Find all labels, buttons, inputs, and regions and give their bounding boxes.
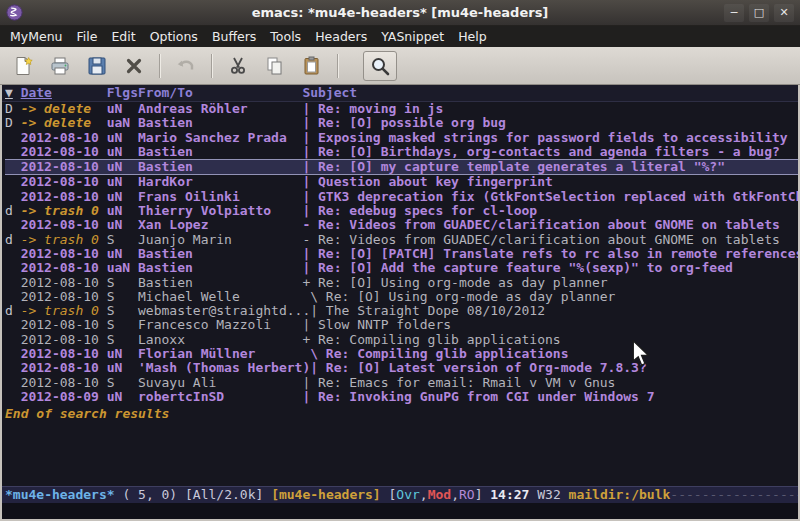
message-row[interactable]: 2012-08-10 uN HardKor | Question about k… [5,175,798,189]
message-row[interactable]: d -> trash 0 S webmaster@straightd... | … [5,304,798,318]
message-subject: | GTK3 deprecation fix (GtkFontSelection… [302,190,798,204]
message-row[interactable]: 2012-08-10 uN Mario Sanchez Prada | Expo… [5,131,798,145]
print-button[interactable] [43,51,77,81]
menu-item-yasnippet[interactable]: YASnippet [374,26,451,47]
message-date: -> trash 0 [21,304,107,318]
message-row[interactable]: 2012-08-10 uN Xan Lopez - Re: Videos fro… [5,218,798,232]
window-title: emacs: *mu4e-headers* [mu4e-headers] [0,5,800,20]
message-row[interactable]: 2012-08-10 uN Florian Müllner \ Re: Comp… [5,347,798,361]
paste-button[interactable] [295,51,329,81]
modeline-segment-buffer-name: *mu4e-headers* [5,487,115,503]
message-row[interactable]: 2012-08-10 S Bastien + Re: [O] Using org… [5,276,798,290]
modeline-segment-ro: RO [459,487,475,503]
message-row[interactable]: 2012-08-10 S Michael Welle \ Re: [O] Usi… [5,290,798,304]
save-button[interactable] [80,51,114,81]
message-row[interactable]: 2012-08-10 uN Bastien | Re: [O] my captu… [5,159,798,175]
menu-item-headers[interactable]: Headers [308,26,374,47]
message-row[interactable]: 2012-08-10 S Francesco Mazzoli | Slow NN… [5,318,798,332]
message-date: -> trash 0 [21,233,107,247]
close-button[interactable]: ✕ [774,4,794,22]
message-row[interactable]: 2012-08-09 uN robertcInSD | Re: Invoking… [5,390,798,404]
message-from: Lanoxx [138,333,302,347]
message-from: 'Mash (Thomas Herbert) [138,361,310,375]
message-row[interactable]: 2012-08-10 uaN Bastien | Re: [O] Add the… [5,261,798,275]
message-subject: | Re: [O] my capture template generates … [302,160,798,174]
minibuffer[interactable] [2,503,798,519]
message-date: 2012-08-10 [21,218,107,232]
message-flags: uN [107,247,138,261]
copy-button[interactable] [258,51,292,81]
column-header-flags[interactable]: Flgs [107,85,138,101]
modeline-segment-ovr: Ovr [396,487,419,503]
undo-button[interactable] [169,51,203,81]
message-mark [5,318,21,332]
message-row[interactable]: 2012-08-10 S Lanoxx + Re: Compiling glib… [5,333,798,347]
message-subject: | Re: [O] Birthdays, org-contacts and ag… [302,145,798,159]
message-date: -> delete [21,102,107,116]
paste-icon [301,55,323,77]
message-row[interactable]: D -> delete uaN Bastien | Re: [O] possib… [5,116,798,130]
message-row[interactable]: 2012-08-10 uN 'Mash (Thomas Herbert) | R… [5,361,798,375]
close-buffer-icon [123,55,145,77]
message-row[interactable]: 2012-08-10 uN Bastien | Re: [O] Birthday… [5,145,798,159]
toolbar-separator [211,54,213,78]
menu-item-tools[interactable]: Tools [263,26,308,47]
message-flags: uN [107,390,138,404]
save-icon [86,55,108,77]
message-mark [5,347,21,361]
message-date: -> delete [21,116,107,130]
end-of-results-text: End of search results [5,406,798,421]
message-row[interactable]: d -> trash 0 S Juanjo Marin - Re: Videos… [5,233,798,247]
message-mark [5,218,21,232]
message-mark [5,290,21,304]
message-mark [5,247,21,261]
sort-direction-icon[interactable]: ▼ [5,85,21,101]
menu-item-options[interactable]: Options [143,26,205,47]
message-from: Frans Oilinki [138,190,302,204]
message-subject: \ Re: [O] Using org-mode as day planner [302,290,798,304]
message-mark [5,333,21,347]
modeline: *mu4e-headers* ( 5, 0) [All/2.0k] [mu4e-… [2,486,798,503]
message-date: 2012-08-10 [21,175,107,189]
message-subject: + Re: [O] Using org-mode as day planner [302,276,798,290]
message-subject: | Slow NNTP folders [302,318,798,332]
column-header-from[interactable]: From/To [138,85,302,101]
menu-item-buffers[interactable]: Buffers [205,26,263,47]
modeline-segment-default: ] [475,487,491,503]
message-mark: D [5,116,21,130]
message-row[interactable]: 2012-08-10 uN Bastien | Re: [O] [PATCH] … [5,247,798,261]
message-subject: | Re: edebug specs for cl-loop [302,204,798,218]
message-mark: d [5,304,21,318]
column-header-subject[interactable]: Subject [302,85,798,101]
message-row[interactable]: 2012-08-10 uN Frans Oilinki | GTK3 depre… [5,190,798,204]
maximize-button[interactable]: □ [749,4,769,22]
new-file-icon [12,55,34,77]
message-mark [5,175,21,189]
message-subject: | Re: [O] [PATCH] Translate refs to rc a… [302,247,798,261]
menu-item-help[interactable]: Help [451,26,494,47]
close-buffer-button[interactable] [117,51,151,81]
message-flags: S [107,318,138,332]
message-row[interactable]: d -> trash 0 uN Thierry Volpiatto | Re: … [5,204,798,218]
message-mark [5,361,21,375]
menu-item-mymenu[interactable]: MyMenu [3,26,70,47]
message-from: Florian Müllner [138,347,302,361]
message-flags: uN [107,204,138,218]
message-row[interactable]: 2012-08-10 S Suvayu Ali | Re: Emacs for … [5,376,798,390]
menu-item-edit[interactable]: Edit [104,26,142,47]
column-header-date[interactable]: Date [21,85,107,101]
message-row[interactable]: D -> delete uN Andreas Röhler | Re: movi… [5,102,798,116]
new-file-button[interactable] [6,51,40,81]
message-from: Juanjo Marin [138,233,302,247]
menu-item-file[interactable]: File [70,26,105,47]
cut-button[interactable] [221,51,255,81]
message-mark [5,145,21,159]
message-subject: | The Straight Dope 08/10/2012 [310,304,798,318]
modeline-segment-time: 14:27 [490,487,529,503]
message-date: 2012-08-10 [21,347,107,361]
minimize-button[interactable]: − [724,4,744,22]
copy-icon [264,55,286,77]
message-mark: d [5,204,21,218]
search-button[interactable] [363,51,397,81]
message-date: 2012-08-10 [21,247,107,261]
